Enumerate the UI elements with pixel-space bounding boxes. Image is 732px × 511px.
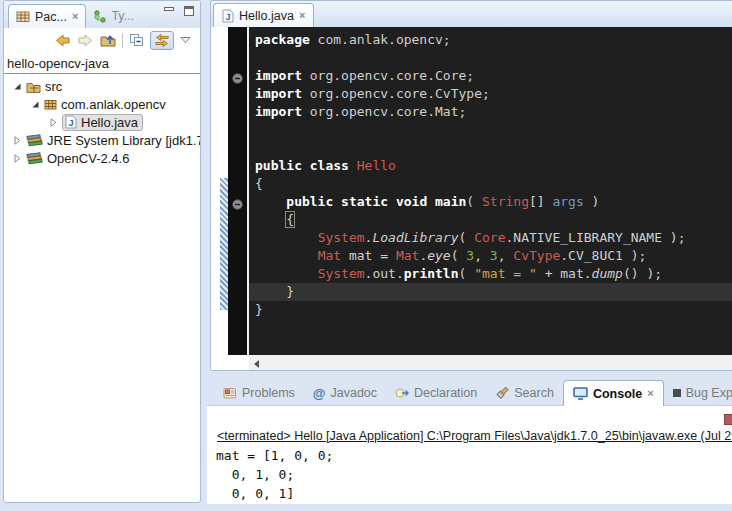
- package-explorer-icon: [16, 10, 30, 23]
- tab-pac[interactable]: Pac...×: [8, 4, 86, 28]
- up-folder-icon: [100, 33, 116, 47]
- collapse-arrow-icon[interactable]: [30, 100, 40, 109]
- code-token: System: [318, 266, 365, 281]
- package-folder-icon: [26, 80, 41, 93]
- code-token: public: [255, 158, 302, 173]
- type-hierarchy-icon: [93, 10, 106, 23]
- code-token: static: [341, 194, 388, 209]
- editor-tab-hello-java[interactable]: J Hello.java ×: [213, 3, 314, 27]
- code-token: [302, 158, 310, 173]
- scrollbar-track[interactable]: [249, 355, 732, 371]
- maximize-icon[interactable]: [184, 6, 195, 16]
- forward-arrow-icon: [77, 34, 94, 47]
- view-menu-button[interactable]: [180, 36, 191, 44]
- tree-item-hello-java[interactable]: JHello.java: [4, 113, 200, 131]
- tab-javadoc[interactable]: @Javadoc: [304, 381, 386, 405]
- tab-label: Search: [514, 386, 554, 400]
- code-token: () );: [623, 266, 662, 281]
- tab-problems[interactable]: Problems: [214, 381, 304, 405]
- code-line-current: }: [249, 283, 732, 301]
- editor-folding-gutter[interactable]: [228, 27, 247, 355]
- selected-tree-entry[interactable]: JHello.java: [62, 114, 143, 131]
- code-token: [255, 248, 318, 263]
- code-token: + mat.: [537, 266, 592, 281]
- editor-vertical-ruler[interactable]: [211, 27, 228, 355]
- tab-declaration[interactable]: Declaration: [386, 381, 486, 405]
- fold-collapse-icon[interactable]: [232, 70, 243, 88]
- expand-arrow-icon[interactable]: [12, 154, 22, 163]
- back-button[interactable]: [54, 34, 71, 47]
- collapse-arrow-icon[interactable]: [12, 82, 22, 91]
- code-token: (: [466, 194, 482, 209]
- tree-item-com-anlak-opencv[interactable]: com.anlak.opencv: [4, 95, 200, 113]
- go-up-button[interactable]: [100, 33, 116, 47]
- svg-text:J: J: [225, 12, 230, 22]
- code-token: void: [396, 194, 427, 209]
- code-token: ,: [474, 248, 490, 263]
- code-token: System: [318, 230, 365, 245]
- tree-entry[interactable]: com.anlak.opencv: [44, 97, 166, 112]
- code-token: ): [584, 194, 600, 209]
- code-line: [249, 121, 732, 139]
- code-line: public static void main( String[] args ): [249, 193, 732, 211]
- link-with-editor-button[interactable]: [150, 31, 174, 50]
- tab-ty[interactable]: Ty...: [86, 4, 141, 28]
- tree-item-label: JRE System Library [jdk1.7.0: [47, 133, 200, 148]
- console-view: Problems@JavadocDeclarationSearchConsole…: [207, 378, 732, 504]
- tree-entry[interactable]: OpenCV-2.4.6: [26, 151, 129, 166]
- code-token: eye: [427, 248, 450, 263]
- editor-tab-bar: J Hello.java ×: [211, 1, 732, 27]
- code-token: mat =: [341, 248, 396, 263]
- tree-item-jre-system-library-jdk1-7-0[interactable]: JRE System Library [jdk1.7.0: [4, 131, 200, 149]
- code-token: Core: [474, 230, 505, 245]
- terminate-button[interactable]: [724, 414, 732, 425]
- code-token: {: [286, 212, 294, 227]
- view-window-controls: [164, 6, 195, 16]
- tree-entry[interactable]: src: [26, 79, 62, 94]
- tab-search[interactable]: Search: [486, 381, 563, 405]
- close-icon[interactable]: ×: [72, 11, 78, 22]
- tab-label: Bug Explorer: [686, 386, 732, 400]
- editor-body: package com.anlak.opencv;import org.open…: [211, 27, 732, 355]
- editor-horizontal-scrollbar[interactable]: [211, 355, 732, 371]
- code-line: {: [249, 175, 732, 193]
- left-view-tabs: Pac...×Ty...: [4, 1, 141, 28]
- close-icon[interactable]: ×: [299, 10, 305, 21]
- code-token: }: [255, 302, 263, 317]
- tab-label: Ty...: [111, 9, 134, 23]
- collapse-all-button[interactable]: [129, 33, 144, 47]
- code-text-area[interactable]: package com.anlak.opencv;import org.open…: [249, 27, 732, 355]
- code-token: 3: [490, 248, 498, 263]
- scroll-left-icon[interactable]: [254, 360, 259, 368]
- minimize-icon[interactable]: [164, 6, 175, 16]
- code-token: .CV_8UC1 );: [560, 248, 646, 263]
- code-token: org.opencv.core.Core;: [302, 68, 474, 83]
- close-icon[interactable]: ×: [647, 388, 653, 399]
- code-token: [255, 266, 318, 281]
- eclipse-workbench: { "glyphs": { "close": "×", "javadoc_at"…: [0, 0, 732, 511]
- project-separator: [4, 73, 200, 74]
- library-icon: [26, 152, 43, 165]
- declaration-icon: [395, 387, 409, 399]
- tree-item-opencv-2-4-6[interactable]: OpenCV-2.4.6: [4, 149, 200, 167]
- console-output-text[interactable]: mat = [1, 0, 0; 0, 1, 0; 0, 0, 1]: [216, 446, 732, 503]
- left-view-tab-bar: Pac...×Ty...: [4, 1, 200, 28]
- tree-item-src[interactable]: src: [4, 77, 200, 95]
- bug-icon: [673, 389, 681, 397]
- code-token: [427, 194, 435, 209]
- tab-label: Console: [593, 387, 642, 401]
- fold-collapse-icon[interactable]: [232, 196, 243, 214]
- collapse-all-icon: [129, 33, 144, 47]
- tab-console[interactable]: Console×: [563, 380, 664, 406]
- tree-entry[interactable]: JRE System Library [jdk1.7.0: [26, 133, 200, 148]
- code-line: {: [249, 211, 732, 229]
- library-icon: [26, 134, 43, 147]
- forward-button[interactable]: [77, 34, 94, 47]
- expand-arrow-icon[interactable]: [48, 118, 58, 127]
- code-token: }: [255, 284, 294, 299]
- tab-label: Declaration: [414, 386, 477, 400]
- code-token: Mat: [396, 248, 419, 263]
- link-with-editor-icon: [153, 33, 171, 48]
- tab-bug-explorer[interactable]: Bug Explorer: [664, 381, 732, 405]
- expand-arrow-icon[interactable]: [12, 136, 22, 145]
